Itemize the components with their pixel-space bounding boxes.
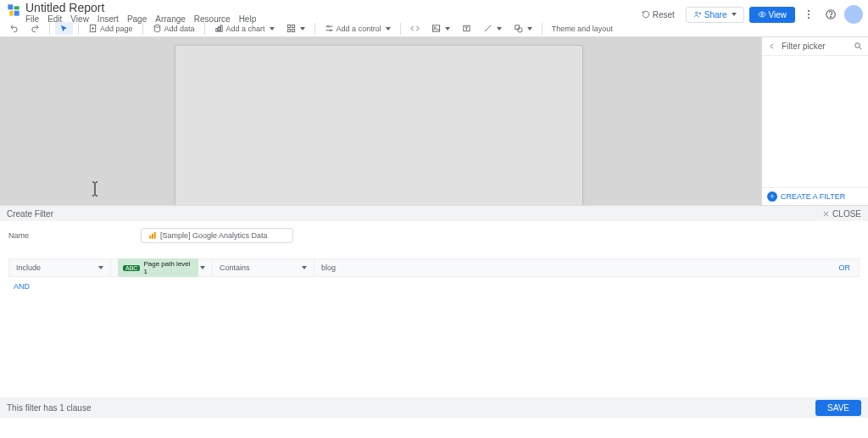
filter-name-input[interactable]: Name: [8, 230, 29, 241]
share-button[interactable]: Share: [686, 7, 744, 23]
doc-title[interactable]: Untitled Report: [25, 2, 256, 14]
redo-button[interactable]: [26, 22, 44, 35]
field-select[interactable]: ABC Page path level 1: [111, 259, 213, 276]
include-label: Include: [16, 263, 41, 272]
svg-point-12: [831, 16, 832, 17]
reset-label: Reset: [653, 10, 675, 19]
report-page[interactable]: [175, 45, 583, 205]
filter-list: [762, 56, 868, 187]
add-chart-button[interactable]: Add a chart: [210, 22, 279, 35]
svg-rect-39: [152, 234, 153, 239]
add-control-button[interactable]: Add a control: [320, 22, 395, 35]
sidebar-title: Filter picker: [782, 42, 849, 51]
chevron-down-icon: [300, 27, 305, 30]
include-exclude-select[interactable]: Include: [9, 259, 111, 276]
data-source-select[interactable]: [Sample] Google Analytics Data: [141, 228, 293, 243]
chevron-down-icon: [445, 27, 450, 30]
add-control-label: Add a control: [337, 25, 381, 33]
canvas-area[interactable]: [0, 37, 761, 205]
svg-rect-2: [9, 11, 13, 16]
selection-tool-button[interactable]: [55, 22, 73, 35]
share-label: Share: [704, 10, 727, 19]
chevron-down-icon: [732, 13, 737, 16]
add-data-label: Add data: [164, 25, 195, 33]
plus-icon: +: [767, 191, 777, 202]
sidebar-back-button[interactable]: [767, 42, 776, 51]
shape-button[interactable]: [509, 22, 537, 35]
line-button[interactable]: [479, 22, 506, 35]
undo-button[interactable]: [5, 22, 23, 35]
filter-editor: Create Filter CLOSE Name [Sample] Google…: [0, 205, 868, 418]
svg-rect-22: [287, 29, 290, 31]
svg-point-8: [808, 10, 810, 12]
filter-sidebar: Filter picker + CREATE A FILTER: [761, 37, 868, 205]
divider: [49, 23, 50, 35]
and-button[interactable]: AND: [8, 282, 30, 291]
add-page-label: Add page: [100, 25, 133, 33]
clause-count-status: This filter has 1 clause: [7, 403, 92, 413]
editor-title: Create Filter: [7, 209, 53, 219]
add-page-button[interactable]: Add page: [84, 22, 137, 35]
chevron-down-icon: [497, 27, 502, 30]
svg-rect-20: [287, 25, 290, 27]
svg-point-9: [808, 14, 810, 15]
chevron-down-icon: [527, 27, 532, 30]
divider: [204, 23, 205, 35]
app-logo: [7, 3, 20, 17]
filter-clause: Include ABC Page path level 1 Contains b…: [8, 258, 860, 277]
field-name: Page path level 1: [143, 260, 193, 275]
chevron-down-icon: [302, 266, 307, 269]
svg-rect-28: [432, 25, 439, 31]
create-filter-button[interactable]: + CREATE A FILTER: [762, 187, 868, 205]
svg-rect-17: [215, 29, 217, 32]
svg-point-16: [154, 25, 159, 27]
svg-rect-19: [220, 25, 222, 31]
more-button[interactable]: [800, 6, 817, 23]
avatar[interactable]: [844, 5, 863, 24]
svg-point-27: [330, 30, 331, 31]
analytics-icon: [148, 231, 157, 240]
save-button[interactable]: SAVE: [815, 400, 861, 416]
svg-point-25: [327, 25, 329, 27]
divider: [142, 23, 143, 35]
chevron-down-icon: [200, 266, 205, 269]
svg-rect-0: [8, 4, 13, 9]
divider: [400, 23, 401, 35]
divider: [314, 23, 315, 35]
theme-layout-button[interactable]: Theme and layout: [548, 23, 617, 35]
sidebar-search-button[interactable]: [854, 42, 863, 51]
chevron-down-icon: [98, 266, 103, 269]
field-type-badge: ABC: [123, 265, 140, 271]
divider: [542, 23, 542, 35]
svg-point-7: [760, 14, 763, 16]
add-data-button[interactable]: Add data: [148, 22, 199, 35]
svg-rect-32: [515, 25, 519, 30]
image-button[interactable]: [427, 22, 454, 35]
svg-point-10: [808, 17, 810, 19]
value-input[interactable]: blog: [314, 263, 831, 272]
community-viz-button[interactable]: [282, 22, 309, 35]
svg-rect-40: [154, 232, 156, 239]
svg-rect-38: [149, 236, 151, 239]
field-chip: ABC Page path level 1: [118, 258, 198, 277]
chevron-down-icon: [270, 27, 275, 30]
condition-select[interactable]: Contains: [213, 259, 314, 276]
view-label: View: [769, 10, 787, 19]
svg-point-33: [517, 28, 522, 33]
embed-button[interactable]: [406, 22, 424, 35]
editor-close-button[interactable]: CLOSE: [822, 209, 861, 219]
svg-rect-3: [14, 11, 19, 16]
svg-line-31: [484, 25, 490, 31]
text-button[interactable]: [458, 22, 476, 35]
divider: [78, 23, 79, 35]
svg-rect-23: [292, 29, 294, 31]
reset-button[interactable]: Reset: [636, 7, 681, 23]
help-button[interactable]: [822, 6, 839, 23]
svg-point-4: [695, 12, 698, 14]
create-filter-label: CREATE A FILTER: [781, 192, 845, 201]
or-button[interactable]: OR: [831, 263, 860, 272]
chevron-down-icon: [386, 27, 391, 30]
svg-rect-1: [14, 6, 19, 9]
close-label: CLOSE: [832, 209, 861, 219]
view-button[interactable]: View: [749, 7, 796, 23]
